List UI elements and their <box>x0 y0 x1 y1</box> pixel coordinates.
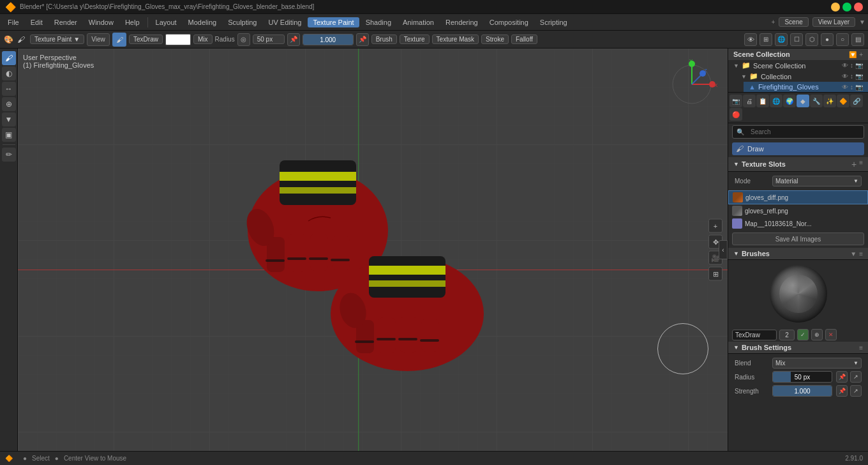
prop-world-icon[interactable]: 🌍 <box>783 95 796 107</box>
editor-type-icon[interactable]: 🎨 <box>4 35 13 44</box>
prop-physics-icon[interactable]: 🔶 <box>837 95 849 107</box>
radius-input[interactable]: 50 px <box>253 34 285 44</box>
coll-select-icon[interactable]: ↕ <box>850 73 853 80</box>
prop-constraints-icon[interactable]: 🔗 <box>850 95 863 107</box>
brush-delete-icon[interactable]: ✕ <box>825 329 837 340</box>
head-icon-4[interactable]: ☐ <box>790 33 803 46</box>
head-icon-6[interactable]: ● <box>821 33 834 46</box>
view-layer-selector[interactable]: View Layer <box>812 17 855 27</box>
tab-sculpting[interactable]: Sculpting <box>223 17 262 27</box>
prop-view-layer-icon[interactable]: 📋 <box>756 95 769 107</box>
radius-lock-icon[interactable]: 📌 <box>836 371 848 383</box>
minimize-button[interactable] <box>831 3 840 11</box>
brush-copy-icon[interactable]: ⊕ <box>811 329 823 340</box>
prop-material-icon[interactable]: 🔴 <box>730 108 742 121</box>
prop-particles-icon[interactable]: ✨ <box>823 95 836 107</box>
head-icon-7[interactable]: ○ <box>836 33 849 46</box>
falloff-btn[interactable]: Falloff <box>511 34 537 44</box>
tab-scripting[interactable]: Scripting <box>535 17 572 27</box>
n-panel-toggle[interactable]: ‹ <box>719 240 728 259</box>
ts-menu-icon[interactable]: ≡ <box>859 159 863 169</box>
head-icon-3[interactable]: 🌐 <box>775 33 788 46</box>
menu-window[interactable]: Window <box>84 17 119 27</box>
head-icon-5[interactable]: ⬡ <box>805 33 818 46</box>
paint-icon[interactable]: 🖌 <box>17 35 25 44</box>
right-panel-scroll[interactable]: ▼ Texture Slots + ≡ Mode <box>728 157 868 451</box>
search-input[interactable] <box>747 127 860 137</box>
view-menu-btn[interactable]: View <box>87 33 110 46</box>
draw-row[interactable]: 🖌 Draw <box>732 142 864 155</box>
brush-check-icon[interactable]: ✓ <box>797 329 809 340</box>
obj-view-icon[interactable]: 👁 <box>842 84 848 91</box>
viewport-gizmo[interactable]: X Y Z <box>666 59 717 110</box>
tab-compositing[interactable]: Compositing <box>484 17 534 27</box>
clone-tool[interactable]: ⊕ <box>2 97 16 111</box>
brushes-header[interactable]: ▼ Brushes ▼ ≡ <box>728 248 868 260</box>
blend-dropdown[interactable]: Mix ▼ <box>772 358 862 369</box>
tab-animation[interactable]: Animation <box>398 17 439 27</box>
prop-scene-icon[interactable]: 🌐 <box>770 95 782 107</box>
stroke-btn[interactable]: Stroke <box>481 34 509 44</box>
brush-settings-header[interactable]: ▼ Brush Settings ≡ <box>728 342 868 354</box>
obj-select-icon[interactable]: ↕ <box>850 84 853 91</box>
maximize-button[interactable] <box>842 3 851 11</box>
coll-view-icon[interactable]: 👁 <box>842 73 848 80</box>
texture-mask-btn[interactable]: Texture Mask <box>432 34 479 44</box>
outliner-add-icon[interactable]: + <box>859 51 863 58</box>
smear-tool[interactable]: ↔ <box>2 82 16 96</box>
view-icon[interactable]: 👁 <box>842 62 848 69</box>
select-icon[interactable]: ↕ <box>850 62 853 69</box>
texture-slots-header[interactable]: ▼ Texture Slots + ≡ <box>728 157 868 172</box>
search-bar-container[interactable]: 🔍 <box>732 125 864 139</box>
strength-curve-icon[interactable]: ↗ <box>850 385 862 397</box>
scene-selector[interactable]: Scene <box>779 17 808 27</box>
strength-lock-icon[interactable]: 📌 <box>836 385 848 397</box>
blend-mode-btn[interactable]: Mix <box>193 34 213 44</box>
viewport[interactable]: User Perspective (1) Firefighting_Gloves <box>18 49 728 451</box>
brush-num-input[interactable] <box>779 330 795 340</box>
tab-uv-editing[interactable]: UV Editing <box>263 17 306 27</box>
menu-edit[interactable]: Edit <box>26 17 48 27</box>
color-picker[interactable] <box>165 34 191 45</box>
head-icon-8[interactable]: ▤ <box>851 33 864 46</box>
texture-slot-0[interactable]: gloves_diff.png <box>728 190 868 204</box>
head-icon-2[interactable]: ⊞ <box>760 33 772 46</box>
brush-name-input[interactable] <box>732 330 777 340</box>
texture-slot-2[interactable]: Map__10183618_Nor... <box>728 217 868 230</box>
mask-tool[interactable]: ▣ <box>2 128 16 142</box>
blender-icon-status[interactable]: 🔶 <box>5 455 13 462</box>
grid-icon[interactable]: ⊞ <box>708 267 722 281</box>
strength-pin[interactable]: 📌 <box>356 33 369 46</box>
strength-bar-settings[interactable]: 1.000 <box>772 385 832 397</box>
texture-paint-mode[interactable]: Texture Paint ▼ <box>30 34 84 44</box>
texture-settings-btn[interactable]: Texture <box>400 34 430 44</box>
brush-settings-menu[interactable]: ≡ <box>859 344 863 351</box>
radius-pin[interactable]: 📌 <box>287 33 300 46</box>
radius-bar[interactable]: 50 px <box>772 371 832 383</box>
draw-tool[interactable]: 🖌 <box>2 51 16 65</box>
scene-collection-row[interactable]: ▼ 📁 Scene Collection 👁 ↕ 📷 <box>728 60 868 71</box>
menu-file[interactable]: File <box>3 17 24 27</box>
strength-container[interactable]: 1.000 <box>303 34 354 45</box>
brush-name-display[interactable]: TexDraw <box>129 34 163 44</box>
head-icon-1[interactable]: 👁 <box>744 33 757 46</box>
radius-curve-icon[interactable]: ↗ <box>850 371 862 383</box>
brushes-menu-icon[interactable]: ≡ <box>859 250 863 257</box>
soften-tool[interactable]: ◐ <box>2 66 16 80</box>
tab-texture-paint[interactable]: Texture Paint <box>308 17 359 27</box>
prop-object-icon[interactable]: ◆ <box>797 95 809 107</box>
tab-shading[interactable]: Shading <box>361 17 396 27</box>
close-button[interactable] <box>854 3 863 11</box>
brushes-expand-icon[interactable]: ▼ <box>850 250 857 257</box>
radius-icon[interactable]: ◎ <box>237 33 250 46</box>
outliner-filter-icon[interactable]: 🔽 <box>849 51 857 58</box>
tab-rendering[interactable]: Rendering <box>440 17 483 27</box>
obj-render-icon[interactable]: 📷 <box>855 84 863 91</box>
menu-help[interactable]: Help <box>120 17 145 27</box>
prop-modifier-icon[interactable]: 🔧 <box>810 95 823 107</box>
brush-preview-circle[interactable] <box>770 265 827 323</box>
fill-tool[interactable]: ▼ <box>2 112 16 126</box>
zoom-in-icon[interactable]: + <box>708 219 722 233</box>
tab-modeling[interactable]: Modeling <box>183 17 222 27</box>
plus-icon[interactable]: + <box>772 19 775 26</box>
